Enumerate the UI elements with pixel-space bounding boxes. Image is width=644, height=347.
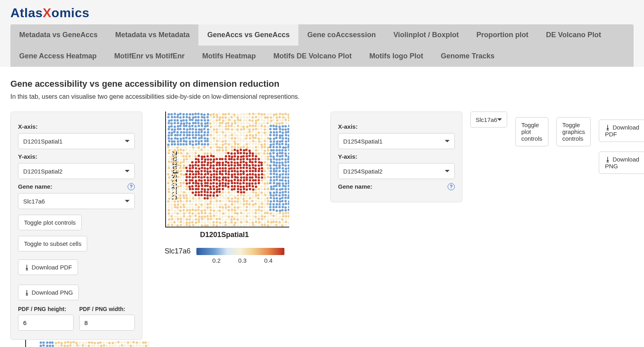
tab-motifenr-vs-motifenr[interactable]: MotifEnr vs MotifEnr — [105, 46, 193, 67]
left-xaxis-select[interactable]: D1201Spatial1 — [18, 133, 135, 149]
tab-genome-tracks[interactable]: Genome Tracks — [432, 46, 503, 67]
left-width-label: PDF / PNG width: — [79, 306, 135, 312]
right-scatter-plot — [25, 340, 149, 347]
tab-proportion-plot[interactable]: Proportion plot — [468, 24, 537, 46]
tab-gene-access-heatmap[interactable]: Gene Access Heatmap — [10, 46, 105, 67]
tab-metadata-vs-metadata[interactable]: Metadata vs Metadata — [106, 24, 198, 46]
left-download-pdf-button[interactable]: ⭳Download PDF — [18, 259, 78, 275]
download-icon: ⭳ — [24, 289, 30, 296]
page-title: Gene accessibility vs gene accessibility… — [10, 79, 634, 89]
right-controls-panel: X-axis: D1254Spatial1 Y-axis: D1254Spati… — [330, 112, 462, 202]
left-gene-value: Slc17a6 — [23, 198, 45, 205]
left-height-label: PDF / PNG height: — [18, 306, 74, 312]
right-yaxis-label: Y-axis: — [338, 153, 455, 160]
left-yaxis-label: Y-axis: — [18, 153, 135, 160]
tab-violinplot-boxplot[interactable]: Violinplot / Boxplot — [384, 24, 468, 46]
chevron-down-icon — [445, 170, 450, 172]
chevron-down-icon — [125, 200, 130, 202]
tab-de-volcano-plot[interactable]: DE Volcano Plot — [537, 24, 610, 46]
tab-motifs-logo-plot[interactable]: Motifs logo Plot — [360, 46, 432, 67]
left-plot-panel: D1201Spatial2 D1201Spatial1 Slc17a6 0.2 … — [150, 112, 298, 264]
right-download-pdf-button[interactable]: ⭳Download PDF — [599, 120, 644, 142]
help-icon[interactable]: ? — [448, 183, 455, 190]
download-icon: ⭳ — [24, 264, 30, 271]
left-download-png-button[interactable]: ⭳Download PNG — [18, 285, 79, 300]
tab-geneaccs-vs-geneaccs[interactable]: GeneAccs vs GeneAccs — [198, 24, 298, 46]
left-toggle-plot-controls-button[interactable]: Toggle plot controls — [18, 215, 82, 230]
right-yaxis-select[interactable]: D1254Spatial2 — [338, 163, 455, 179]
right-gene-label: Gene name: ? — [338, 183, 455, 190]
tab-motifs-heatmap[interactable]: Motifs Heatmap — [193, 46, 264, 67]
tab-gene-coaccsession[interactable]: Gene coAccsession — [298, 24, 384, 46]
left-yaxis-value: D1201Spatial2 — [23, 168, 62, 175]
left-controls-panel: X-axis: D1201Spatial1 Y-axis: D1201Spati… — [10, 112, 142, 340]
logo-part1: Atlas — [10, 6, 43, 20]
right-toggle-graphics-button[interactable]: Toggle graphics controls — [556, 117, 591, 146]
chevron-down-icon — [125, 170, 130, 172]
download-icon: ⭳ — [605, 156, 611, 163]
left-gene-label: Gene name: ? — [18, 183, 135, 190]
left-gene-select[interactable]: Slc17a6 — [18, 193, 135, 209]
left-width-input[interactable] — [79, 315, 135, 331]
right-gene-value: Slc17a6 — [476, 116, 497, 123]
right-yaxis-value: D1254Spatial2 — [343, 168, 382, 175]
chevron-down-icon — [125, 140, 130, 142]
right-xaxis-select[interactable]: D1254Spatial1 — [338, 133, 455, 149]
chevron-down-icon — [445, 140, 450, 142]
left-colorbar-ticks: 0.2 0.3 0.4 — [212, 257, 273, 264]
page-description: In this tab, users can visualise two gen… — [10, 93, 634, 100]
left-scatter-plot — [165, 112, 289, 227]
left-plot-xlabel: D1201Spatial1 — [152, 231, 296, 239]
chevron-down-icon — [497, 118, 502, 121]
tab-metadata-vs-geneaccs[interactable]: Metadata vs GeneAccs — [10, 24, 106, 46]
left-height-input[interactable] — [18, 315, 74, 331]
left-yaxis-select[interactable]: D1201Spatial2 — [18, 163, 135, 179]
app-logo: AtlasXomics — [10, 3, 634, 24]
right-plot-panel: D1254Spatial2 D1254Spatial1 Slc17a6 0.2 … — [10, 340, 158, 347]
logo-x: X — [43, 6, 52, 20]
left-colorbar — [196, 248, 284, 255]
right-xaxis-value: D1254Spatial1 — [343, 138, 382, 145]
download-icon: ⭳ — [605, 124, 611, 131]
help-icon[interactable]: ? — [128, 183, 135, 190]
right-download-png-button[interactable]: ⭳Download PNG — [599, 152, 644, 174]
nav-tabs: Metadata vs GeneAccsMetadata vs Metadata… — [10, 24, 634, 67]
right-toggle-plot-controls-button[interactable]: Toggle plot controls — [515, 117, 548, 146]
right-gene-select[interactable]: Slc17a6 — [470, 112, 507, 128]
left-xaxis-label: X-axis: — [18, 123, 135, 130]
left-legend-label: Slc17a6 — [164, 247, 190, 255]
left-toggle-subset-button[interactable]: Toggle to subset cells — [18, 236, 87, 251]
logo-part2: omics — [52, 6, 90, 20]
tab-motifs-de-volcano-plot[interactable]: Motifs DE Volcano Plot — [264, 46, 360, 67]
right-xaxis-label: X-axis: — [338, 123, 455, 130]
left-xaxis-value: D1201Spatial1 — [23, 138, 62, 145]
